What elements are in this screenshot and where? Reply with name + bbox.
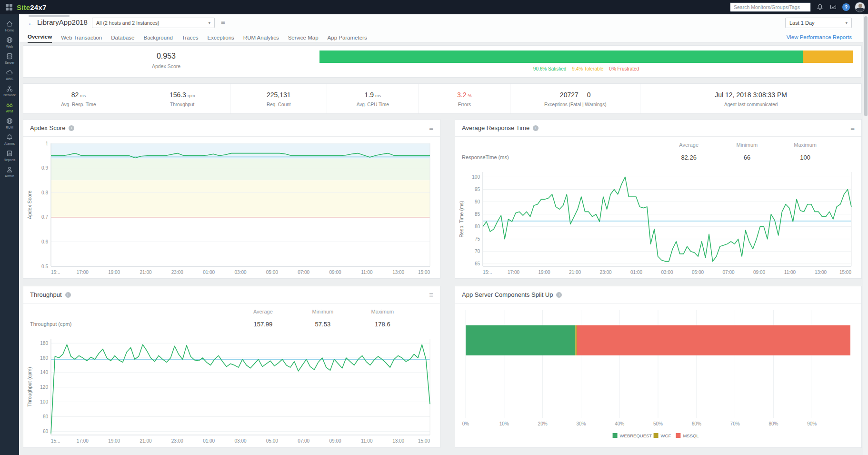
svg-text:80%: 80%	[768, 421, 778, 426]
alarms-bell-icon	[6, 133, 13, 141]
info-icon[interactable]: i	[65, 292, 71, 298]
svg-text:85: 85	[475, 212, 480, 217]
chevron-down-icon: ▾	[208, 20, 210, 25]
svg-text:09:00: 09:00	[329, 438, 341, 444]
logo-site-text: Site	[17, 3, 30, 11]
monitor-title: LibraryApp2018	[37, 18, 88, 26]
tab-exceptions[interactable]: Exceptions	[208, 35, 234, 43]
time-range-select[interactable]: Last 1 Day ▾	[785, 18, 852, 28]
tab-bar: Overview Web Transaction Database Backgr…	[28, 32, 367, 43]
tab-rum-analytics[interactable]: RUM Analytics	[243, 35, 279, 43]
user-avatar[interactable]	[855, 2, 865, 12]
sidebar-item-rum[interactable]: RUM	[0, 115, 19, 131]
apps-grid-icon[interactable]	[6, 4, 12, 10]
svg-text:15:00: 15:00	[839, 270, 851, 275]
split-panel-title: App Server Components Split Up	[462, 291, 553, 298]
apdex-distribution-labels: 90.6% Satisfied 9.4% Tolerable 0% Frustr…	[319, 66, 853, 71]
tab-web-transaction[interactable]: Web Transaction	[61, 35, 102, 43]
chevron-down-icon: ▾	[845, 20, 848, 25]
svg-text:19:00: 19:00	[108, 270, 120, 275]
svg-text:Resp. Time (ms): Resp. Time (ms)	[459, 201, 464, 237]
page-scrollbar-thumb[interactable]	[864, 16, 868, 116]
aws-cloud-icon	[6, 69, 13, 76]
metrics-summary-card: 82ms Avg. Resp. Time 156.3rpm Throughput…	[23, 83, 862, 114]
back-button[interactable]: ←	[28, 19, 35, 27]
satisfied-label: 90.6% Satisfied	[533, 66, 567, 71]
svg-text:03:00: 03:00	[234, 270, 246, 275]
sidebar-item-web[interactable]: Web	[0, 34, 19, 50]
svg-text:0%: 0%	[462, 421, 469, 426]
response-time-chart: 1009590858075706515:..17:0019:0021:0023:…	[458, 168, 858, 277]
info-icon[interactable]: i	[69, 125, 74, 131]
svg-text:1: 1	[45, 141, 48, 146]
svg-text:15:..: 15:..	[483, 270, 492, 275]
throughput-panel-header: Throughput i ≡	[23, 286, 440, 303]
split-panel-header: App Server Components Split Up i	[455, 286, 861, 303]
tab-traces[interactable]: Traces	[182, 35, 199, 43]
svg-text:90%: 90%	[807, 421, 817, 426]
apdex-summary-card: 0.953 Apdex Score 90.6% Satisfied 9.4% T…	[23, 45, 862, 78]
reports-icon	[6, 150, 13, 157]
tab-background[interactable]: Background	[143, 35, 172, 43]
svg-text:180: 180	[40, 341, 48, 346]
sidebar-item-apm[interactable]: APM	[0, 99, 19, 115]
stats-header-average: Average	[660, 142, 718, 148]
sidebar-item-alarms[interactable]: Alarms	[0, 131, 19, 147]
stats-header-average: Average	[233, 309, 293, 314]
feedback-icon[interactable]	[829, 3, 838, 11]
sidebar-item-reports[interactable]: Reports	[0, 148, 19, 163]
tab-app-parameters[interactable]: App Parameters	[328, 35, 367, 43]
svg-text:10%: 10%	[499, 421, 509, 426]
svg-text:90: 90	[475, 199, 480, 204]
stats-header-maximum: Maximum	[776, 142, 834, 148]
left-sidebar: Home Web Server AWS Network APM RUM Alar…	[0, 14, 19, 455]
sidebar-item-server[interactable]: Server	[0, 51, 19, 66]
tab-database[interactable]: Database	[111, 35, 134, 43]
svg-text:23:00: 23:00	[171, 270, 183, 275]
svg-text:11:00: 11:00	[361, 438, 373, 444]
help-icon[interactable]: ?	[842, 3, 850, 11]
logo-24x7-text: 24x7	[30, 3, 46, 11]
host-instance-select[interactable]: All (2 hosts and 2 Instances) ▾	[92, 18, 215, 28]
svg-text:70: 70	[475, 249, 480, 254]
sidebar-item-home[interactable]: Home	[0, 18, 19, 34]
tab-service-map[interactable]: Service Map	[288, 35, 319, 43]
panel-menu-icon[interactable]: ≡	[429, 291, 433, 298]
art-row-label: ResponseTime (ms)	[462, 154, 660, 160]
metric-throughput: 156.3rpm Throughput	[134, 84, 231, 113]
svg-text:01:00: 01:00	[203, 438, 215, 444]
svg-text:0.7: 0.7	[41, 214, 48, 220]
svg-text:160: 160	[40, 355, 48, 361]
average-response-time-panel: Average Response Time i ≡ Average Minimu…	[455, 119, 862, 279]
svg-text:05:00: 05:00	[692, 270, 704, 275]
sidebar-item-aws[interactable]: AWS	[0, 67, 19, 82]
sidebar-item-admin[interactable]: Admin	[0, 164, 19, 180]
art-panel-header: Average Response Time i ≡	[455, 120, 861, 137]
notifications-bell-icon[interactable]	[816, 3, 824, 11]
svg-text:60%: 60%	[692, 421, 701, 426]
panel-menu-icon[interactable]: ≡	[429, 124, 433, 131]
site24x7-logo[interactable]: Site24x7	[17, 3, 46, 11]
tab-overview[interactable]: Overview	[28, 34, 52, 43]
svg-text:13:00: 13:00	[815, 270, 827, 275]
svg-text:50%: 50%	[653, 421, 663, 426]
monitor-menu-icon[interactable]: ≡	[221, 19, 225, 26]
throughput-panel: Throughput i ≡ Average Minimum Maximum T…	[23, 286, 440, 448]
view-performance-reports-link[interactable]: View Performance Reports	[787, 34, 852, 40]
sidebar-item-network[interactable]: Network	[0, 83, 19, 99]
info-icon[interactable]: i	[533, 125, 539, 131]
svg-text:01:00: 01:00	[630, 270, 642, 275]
header-scroll-thumb[interactable]	[29, 15, 70, 17]
metric-agent-last-communicated: Jul 12, 2018 3:08:33 PM Agent last commu…	[640, 84, 861, 113]
apdex-score-label: Apdex Score	[23, 63, 309, 69]
metric-req-count: 225,131 Req. Count	[230, 84, 327, 113]
svg-text:13:00: 13:00	[392, 270, 404, 275]
svg-text:23:00: 23:00	[171, 438, 183, 444]
svg-text:WEBREQUEST: WEBREQUEST	[620, 433, 652, 438]
panel-menu-icon[interactable]: ≡	[850, 124, 855, 131]
svg-text:19:00: 19:00	[108, 438, 120, 444]
info-icon[interactable]: i	[556, 292, 562, 298]
search-input[interactable]	[730, 2, 811, 12]
throughput-panel-title: Throughput	[30, 291, 62, 298]
svg-text:75: 75	[475, 236, 480, 242]
